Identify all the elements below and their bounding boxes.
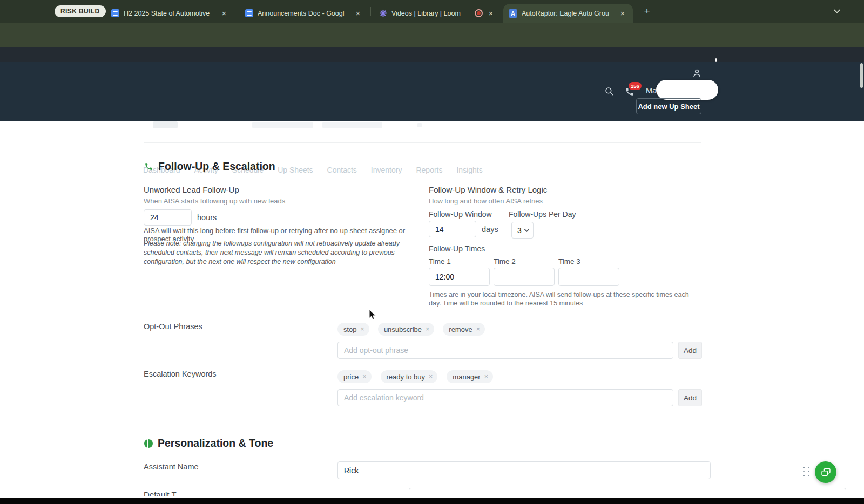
assistant-name-input[interactable] [338,461,711,479]
remove-tag-icon[interactable]: × [361,325,364,333]
tag-text: manager [453,373,480,381]
notification-badge: 156 [629,82,642,90]
nav-item-inventory[interactable]: Inventory [371,166,402,174]
window-retry-subtitle: How long and how often AISA retries [429,197,543,205]
tab-title: Announcements Doc - Googl [258,10,349,17]
time1-input[interactable] [429,268,490,286]
time3-input[interactable] [558,268,619,286]
escalation-tag: manager× [447,370,493,383]
remove-tag-icon[interactable]: × [429,373,433,380]
time3-label: Time 3 [558,257,580,265]
autoraptor-favicon: A [509,9,517,18]
select-value: 3 [517,226,522,235]
tab-title: Videos | Library | Loom [392,10,470,17]
add-new-up-sheet-button[interactable]: Add new Up Sheet [636,98,701,114]
recording-indicator-icon [475,9,483,17]
add-opt-out-button[interactable]: Add [678,342,702,359]
new-tab-button[interactable]: + [640,4,654,19]
tab-separator [370,7,371,16]
partial-user-label: Ma [646,86,657,95]
assistant-name-label: Assistant Name [144,462,199,471]
tab-loom-videos[interactable]: Videos | Library | Loom × [374,4,501,23]
close-icon[interactable]: × [219,9,229,18]
browser-toolbar: ← → stagingapp.autoraptor.com/accounts/8… [0,23,864,47]
time2-input[interactable] [494,268,555,286]
followups-per-day-select[interactable]: 3 [511,222,534,239]
tag-text: price [343,373,359,381]
close-icon[interactable]: × [353,9,363,18]
section-title-text: Follow-Up & Escalation [158,160,275,173]
blank-white-pill [656,80,718,100]
tab-announcements-doc[interactable]: Announcements Doc - Googl × [240,4,368,23]
followup-window-input[interactable] [429,221,476,237]
tab-autoraptor-active[interactable]: A AutoRaptor: Eagle Auto Grou × [503,4,633,23]
chevron-down-icon [524,229,529,232]
followups-per-day-label: Follow-Ups Per Day [509,210,576,219]
nav-item-contacts[interactable]: Contacts [327,166,357,174]
escalation-tag: price× [338,370,372,383]
dealership-selector[interactable]: Eagle Auto Group [143,143,252,156]
followup-section-title: Follow-Up & Escalation [144,160,275,173]
tag-text: unsubscribe [384,325,422,333]
window-retry-label: Follow-Up Window & Retry Logic [429,185,547,194]
tab-title: AutoRaptor: Eagle Auto Grou [522,10,613,17]
escalation-tag-list: price× ready to buy× manager× [338,370,493,383]
debug-status-bar: Leads (push): 0 7 0 Email (30m): skip: 0… [0,47,864,62]
remove-tag-icon[interactable]: × [426,325,429,333]
clipped-next-label: Default T [144,490,177,496]
nav-item-reports[interactable]: Reports [416,166,442,174]
unworked-hours-input[interactable] [144,209,192,226]
phone-icon [144,162,153,171]
google-docs-icon [245,9,253,17]
loom-icon [379,9,387,17]
add-escalation-button[interactable]: Add [678,389,702,406]
escalation-tag: ready to buy× [381,370,438,383]
section-title-text: Personalization & Tone [158,437,273,449]
tab-separator [102,7,102,16]
remove-tag-icon[interactable]: × [476,325,480,333]
days-unit-label: days [482,225,498,234]
chat-widget-button[interactable] [815,461,836,483]
opt-out-tag: remove× [443,323,485,336]
section-divider [144,425,701,425]
nav-item-insights[interactable]: Insights [456,166,482,174]
personalization-section-title: Personalization & Tone [144,437,273,449]
tab-title: H2 2025 State of Automotive [124,10,215,17]
hours-unit-label: hours [197,213,217,222]
tab-h2-2025-doc[interactable]: H2 2025 State of Automotive × [106,4,234,23]
remove-tag-icon[interactable]: × [484,373,488,380]
app-header: Eagle Auto Group 156 Ma Dashboard Activi… [0,62,864,121]
followup-window-label: Follow-Up Window [429,210,492,219]
remove-tag-icon[interactable]: × [362,373,366,380]
escalation-keywords-label: Escalation Keywords [144,370,217,378]
dealership-name: Eagle Auto Group [143,143,241,156]
user-icon[interactable] [691,67,703,79]
browser-window: RISK BUILD H2 2025 State of Automotive ×… [0,0,864,504]
tag-text: remove [449,325,472,333]
followup-note-text: Please note: changing the followups conf… [144,239,412,267]
search-icon[interactable] [603,85,615,97]
close-icon[interactable]: × [618,9,627,18]
browser-tab-bar: RISK BUILD H2 2025 State of Automotive ×… [0,0,864,23]
chat-drag-handle[interactable] [803,467,810,478]
chevron-down-icon [245,148,252,152]
header-divider [619,86,619,96]
tag-text: ready to buy [387,373,426,381]
nav-item-up-sheets[interactable]: Up Sheets [278,166,313,174]
opt-out-tag-list: stop× unsubscribe× remove× [338,323,485,336]
time2-label: Time 2 [494,257,516,265]
google-docs-icon [111,9,119,17]
opt-out-tag: stop× [338,323,369,336]
scrollbar-thumb[interactable] [860,63,863,88]
tone-icon [144,439,153,448]
unworked-lead-subtitle: When AISA starts following up with new l… [144,197,285,205]
add-opt-out-input[interactable] [338,342,673,359]
followup-times-label: Follow-Up Times [429,244,485,253]
tab-list-chevron-icon[interactable] [831,5,843,18]
opt-out-tag: unsubscribe× [378,323,434,336]
close-icon[interactable]: × [486,9,496,18]
opt-out-phrases-label: Opt-Out Phrases [144,322,202,331]
chat-bubbles-icon [820,467,832,478]
unworked-lead-label: Unworked Lead Follow-Up [144,185,239,194]
add-escalation-input[interactable] [338,389,673,406]
